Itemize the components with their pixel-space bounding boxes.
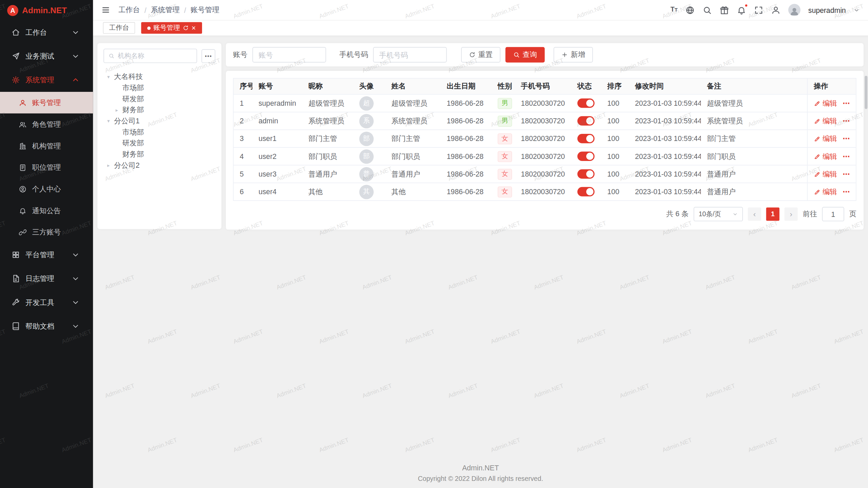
caret-closed-icon[interactable]: ▸ xyxy=(106,163,111,168)
edit-label: 编辑 xyxy=(823,151,837,161)
edit-button[interactable]: 编辑 xyxy=(814,116,837,126)
theme-icon[interactable] xyxy=(720,5,729,15)
tag-label: 账号管理 xyxy=(153,23,180,33)
hamburger-menu-icon[interactable] xyxy=(101,5,110,14)
font-size-icon[interactable]: TT xyxy=(670,5,677,15)
search-icon xyxy=(513,52,520,58)
more-actions-button[interactable]: ⋯ xyxy=(843,99,850,107)
tree-node[interactable]: ▾大名科技 xyxy=(103,72,215,83)
notification-bell-icon[interactable] xyxy=(737,5,746,15)
sidebar-item-日志管理[interactable]: 日志管理 xyxy=(0,267,93,290)
table-row: 5user3普通用户普普通用户1986-06-28女18020030720100… xyxy=(234,165,856,183)
tag-workbench[interactable]: 工作台 xyxy=(103,22,135,34)
search-button[interactable]: 查询 xyxy=(506,47,545,63)
cell-nickname: 系统管理员 xyxy=(302,112,353,129)
breadcrumb-item[interactable]: 工作台 xyxy=(118,5,140,15)
cell-gender: 女 xyxy=(492,183,515,200)
add-button[interactable]: 新增 xyxy=(554,47,593,63)
cell-gender: 男 xyxy=(492,95,515,112)
status-toggle[interactable] xyxy=(577,169,595,179)
chevron-down-icon xyxy=(72,274,80,283)
tree-node-label: 研发部 xyxy=(122,94,144,104)
sidebar-subitem-通知公告[interactable]: 通知公告 xyxy=(0,200,93,221)
scrollbar-thumb[interactable] xyxy=(865,76,867,109)
status-toggle[interactable] xyxy=(577,151,595,161)
search-icon[interactable] xyxy=(703,5,712,15)
cell-nickname: 部门主管 xyxy=(302,130,353,147)
close-icon[interactable]: × xyxy=(192,24,196,32)
next-page-button[interactable]: › xyxy=(784,207,797,221)
refresh-icon[interactable] xyxy=(183,25,189,31)
caret-closed-icon[interactable]: ▸ xyxy=(114,107,119,113)
more-actions-button[interactable]: ⋯ xyxy=(843,170,850,178)
avatar: 部 xyxy=(359,131,374,146)
sidebar-item-开发工具[interactable]: 开发工具 xyxy=(0,290,93,314)
sidebar-subitem-机构管理[interactable]: 机构管理 xyxy=(0,135,93,157)
edit-button[interactable]: 编辑 xyxy=(814,151,837,161)
current-page-button[interactable]: 1 xyxy=(766,207,780,221)
page-size-select[interactable]: 10条/页 xyxy=(694,207,743,221)
tree-node[interactable]: 财务部 xyxy=(103,149,215,160)
goto-page-input[interactable] xyxy=(822,207,844,221)
globe-icon[interactable] xyxy=(685,5,695,15)
edit-button[interactable]: 编辑 xyxy=(814,134,837,143)
tree-node[interactable]: ▸财务部 xyxy=(103,105,215,116)
cell-name: 普通用户 xyxy=(385,165,440,183)
tag-account-management[interactable]: 账号管理 × xyxy=(141,22,202,34)
sidebar-subitem-角色管理[interactable]: 角色管理 xyxy=(0,114,93,135)
tree-node[interactable]: 研发部 xyxy=(103,94,215,105)
edit-button[interactable]: 编辑 xyxy=(814,169,837,179)
account-input[interactable] xyxy=(252,47,326,63)
tree-node[interactable]: 研发部 xyxy=(103,138,215,149)
edit-label: 编辑 xyxy=(823,169,837,179)
caret-open-icon[interactable]: ▾ xyxy=(106,118,111,124)
phone-input[interactable] xyxy=(373,47,447,63)
sidebar-item-平台管理[interactable]: 平台管理 xyxy=(0,243,93,267)
gender-badge: 女 xyxy=(498,133,512,144)
status-toggle[interactable] xyxy=(577,116,595,126)
org-more-button[interactable]: ⋯ xyxy=(201,49,215,63)
caret-open-icon[interactable]: ▾ xyxy=(106,74,111,80)
status-toggle[interactable] xyxy=(577,134,595,143)
app-logo-icon: A xyxy=(7,5,18,16)
tree-node[interactable]: ▸分公司2 xyxy=(103,160,215,171)
sidebar-subitem-职位管理[interactable]: 职位管理 xyxy=(0,157,93,178)
tree-node[interactable]: 市场部 xyxy=(103,82,215,94)
more-actions-button[interactable]: ⋯ xyxy=(843,135,850,143)
status-toggle[interactable] xyxy=(577,99,595,108)
sidebar-subitem-账号管理[interactable]: 账号管理 xyxy=(0,92,93,114)
search-icon xyxy=(108,53,114,59)
add-label: 新增 xyxy=(571,50,585,60)
sidebar-item-系统管理[interactable]: 系统管理 xyxy=(0,68,93,92)
cell-actions: 编辑⋯ xyxy=(807,165,856,183)
chevron-down-icon[interactable] xyxy=(854,7,860,13)
sidebar-subitem-label: 职位管理 xyxy=(32,162,61,172)
prev-page-button[interactable]: ‹ xyxy=(748,207,761,221)
more-actions-button[interactable]: ⋯ xyxy=(843,187,850,196)
breadcrumb-item[interactable]: 系统管理 xyxy=(151,5,180,15)
fullscreen-icon[interactable] xyxy=(754,5,764,15)
sidebar-subitem-个人中心[interactable]: 个人中心 xyxy=(0,178,93,200)
reset-button[interactable]: 重置 xyxy=(461,47,500,63)
user-icon[interactable] xyxy=(771,5,781,15)
status-toggle[interactable] xyxy=(577,187,595,197)
sidebar-item-帮助文档[interactable]: 帮助文档 xyxy=(0,314,93,338)
chevron-down-icon xyxy=(72,322,80,330)
sidebar-item-工作台[interactable]: 工作台 xyxy=(0,20,93,44)
sidebar-item-业务测试[interactable]: 业务测试 xyxy=(0,44,93,68)
sidebar-subitem-三方账号[interactable]: 三方账号 xyxy=(0,221,93,243)
more-actions-button[interactable]: ⋯ xyxy=(843,152,850,160)
cell-index: 6 xyxy=(234,183,253,200)
edit-button[interactable]: 编辑 xyxy=(814,98,837,108)
edit-button[interactable]: 编辑 xyxy=(814,187,837,197)
org-search-input[interactable] xyxy=(118,52,192,60)
tree-node[interactable]: ▾分公司1 xyxy=(103,116,215,127)
gear-icon xyxy=(12,76,20,84)
more-actions-button[interactable]: ⋯ xyxy=(843,117,850,125)
sidebar-item-label: 业务测试 xyxy=(25,51,72,61)
user-avatar[interactable] xyxy=(788,4,801,16)
username[interactable]: superadmin xyxy=(808,6,846,14)
tree-node[interactable]: 市场部 xyxy=(103,127,215,138)
sidebar-menu: 工作台业务测试系统管理账号管理角色管理机构管理职位管理个人中心通知公告三方账号平… xyxy=(0,20,93,338)
table-row: 3user1部门主管部部门主管1986-06-28女18020030720100… xyxy=(234,129,856,147)
